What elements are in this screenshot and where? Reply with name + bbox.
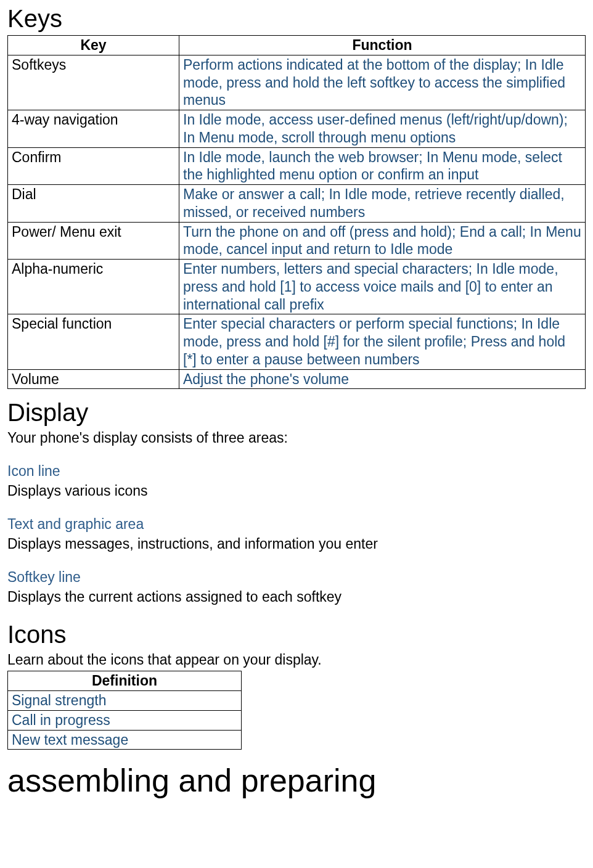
- table-header-row: Definition: [8, 671, 242, 691]
- definition-cell: Call in progress: [8, 710, 242, 730]
- assembling-heading: assembling and preparing: [7, 762, 586, 799]
- function-cell: In Idle mode, launch the web browser; In…: [179, 147, 586, 185]
- table-row: Alpha-numeric Enter numbers, letters and…: [8, 260, 586, 314]
- display-heading: Display: [7, 399, 586, 427]
- function-cell: Enter special characters or perform spec…: [179, 314, 586, 369]
- icons-heading: Icons: [7, 621, 586, 649]
- table-row: Softkeys Perform actions indicated at th…: [8, 55, 586, 110]
- area-label: Text and graphic area: [7, 515, 586, 534]
- table-row: Signal strength: [8, 691, 242, 711]
- header-definition: Definition: [8, 671, 242, 691]
- function-cell: Perform actions indicated at the bottom …: [179, 55, 586, 110]
- table-row: Dial Make or answer a call; In Idle mode…: [8, 185, 586, 223]
- header-function: Function: [179, 36, 586, 55]
- header-key: Key: [8, 36, 179, 55]
- function-cell: Enter numbers, letters and special chara…: [179, 260, 586, 314]
- area-desc: Displays messages, instructions, and inf…: [7, 535, 586, 554]
- icons-intro: Learn about the icons that appear on you…: [7, 651, 586, 669]
- function-cell: Turn the phone on and off (press and hol…: [179, 222, 586, 260]
- key-cell: Special function: [8, 314, 179, 369]
- area-desc: Displays the current actions assigned to…: [7, 588, 586, 607]
- table-row: Special function Enter special character…: [8, 314, 586, 369]
- table-row: New text message: [8, 730, 242, 750]
- key-cell: Volume: [8, 369, 179, 389]
- table-row: 4-way navigation In Idle mode, access us…: [8, 110, 586, 148]
- display-intro: Your phone's display consists of three a…: [7, 429, 586, 448]
- keys-table: Key Function Softkeys Perform actions in…: [7, 35, 586, 389]
- icons-table: Definition Signal strength Call in progr…: [7, 671, 242, 750]
- area-label: Icon line: [7, 462, 586, 481]
- table-row: Volume Adjust the phone's volume: [8, 369, 586, 389]
- table-row: Power/ Menu exit Turn the phone on and o…: [8, 222, 586, 260]
- table-row: Confirm In Idle mode, launch the web bro…: [8, 147, 586, 185]
- key-cell: Power/ Menu exit: [8, 222, 179, 260]
- definition-cell: Signal strength: [8, 691, 242, 711]
- key-cell: Softkeys: [8, 55, 179, 110]
- area-desc: Displays various icons: [7, 482, 586, 501]
- key-cell: Confirm: [8, 147, 179, 185]
- table-row: Call in progress: [8, 710, 242, 730]
- function-cell: In Idle mode, access user-defined menus …: [179, 110, 586, 148]
- key-cell: 4-way navigation: [8, 110, 179, 148]
- key-cell: Dial: [8, 185, 179, 223]
- area-label: Softkey line: [7, 568, 586, 587]
- function-cell: Make or answer a call; In Idle mode, ret…: [179, 185, 586, 223]
- key-cell: Alpha-numeric: [8, 260, 179, 314]
- function-cell: Adjust the phone's volume: [179, 369, 586, 389]
- keys-heading: Keys: [7, 5, 586, 33]
- table-header-row: Key Function: [8, 36, 586, 55]
- definition-cell: New text message: [8, 730, 242, 750]
